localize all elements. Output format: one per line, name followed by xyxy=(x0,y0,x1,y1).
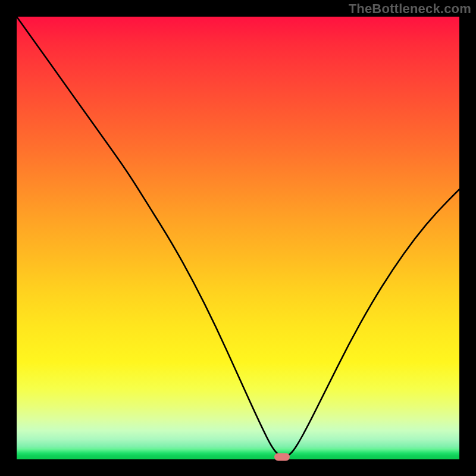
chart-frame: TheBottleneck.com xyxy=(0,0,476,476)
bottleneck-curve-path xyxy=(17,17,459,456)
optimum-marker xyxy=(274,453,290,461)
curve-svg xyxy=(17,17,459,459)
plot-area xyxy=(17,17,459,459)
watermark-text: TheBottleneck.com xyxy=(349,1,471,17)
